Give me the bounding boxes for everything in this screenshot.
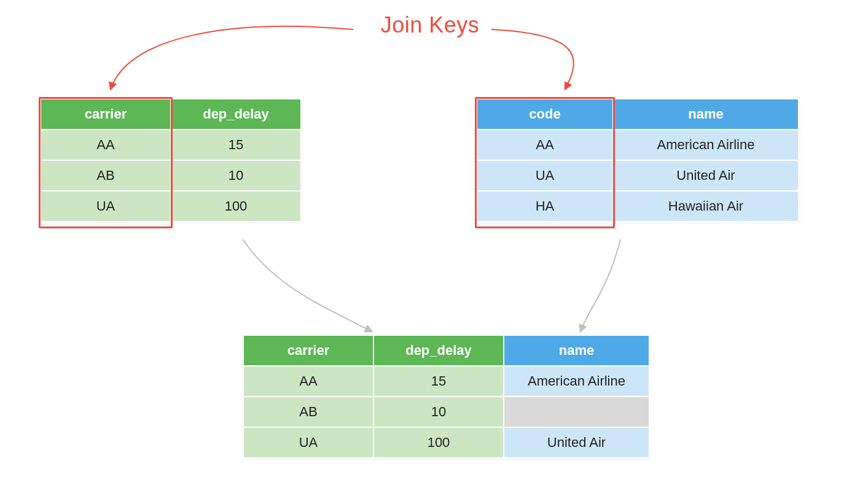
table-row: UA United Air [477, 161, 798, 190]
table-row: HA Hawaiian Air [477, 192, 798, 221]
col-header-name: name [614, 99, 798, 129]
col-header-code: code [477, 99, 612, 129]
table-row: UA 100 United Air [244, 428, 649, 457]
cell: American Airline [614, 130, 798, 160]
cell: AB [244, 397, 373, 427]
table-header-row: carrier dep_delay [41, 99, 300, 129]
table-row: AA American Airline [477, 130, 798, 160]
cell: 100 [374, 428, 503, 457]
cell: AA [41, 130, 170, 160]
arrow-right-to-result [580, 239, 620, 331]
left-table: carrier dep_delay AA 15 AB 10 UA 100 [40, 98, 302, 222]
col-header-dep-delay: dep_delay [374, 336, 503, 365]
table-row: UA 100 [41, 192, 300, 221]
cell-empty [504, 397, 649, 427]
cell: Hawaiian Air [614, 192, 798, 221]
result-table: carrier dep_delay name AA 15 American Ai… [243, 335, 650, 459]
table-row: AB 10 [41, 161, 300, 190]
right-table: code name AA American Airline UA United … [476, 98, 799, 222]
cell: United Air [504, 428, 649, 457]
col-header-dep-delay: dep_delay [171, 99, 300, 129]
cell: 15 [171, 130, 300, 160]
cell: American Airline [504, 366, 649, 396]
arrow-left-to-result [243, 239, 372, 331]
cell: HA [477, 192, 612, 221]
cell: 100 [171, 192, 300, 221]
table-row: AA 15 [41, 130, 300, 160]
cell: UA [41, 192, 170, 221]
table-header-row: carrier dep_delay name [244, 336, 649, 365]
cell: 10 [171, 161, 300, 190]
cell: AA [244, 366, 373, 396]
arrow-title-to-right [491, 29, 574, 89]
cell: 15 [374, 366, 503, 396]
table-header-row: code name [477, 99, 798, 129]
cell: UA [477, 161, 612, 190]
col-header-name: name [504, 336, 649, 365]
cell: AA [477, 130, 612, 160]
cell: United Air [614, 161, 798, 190]
table-row: AA 15 American Airline [244, 366, 649, 396]
diagram-stage: Join Keys carrier dep_delay AA 15 AB 10 … [0, 0, 860, 504]
col-header-carrier: carrier [244, 336, 373, 365]
cell: 10 [374, 397, 503, 427]
cell: UA [244, 428, 373, 457]
col-header-carrier: carrier [41, 99, 170, 129]
cell: AB [41, 161, 170, 190]
table-row: AB 10 [244, 397, 649, 427]
diagram-title: Join Keys [0, 12, 860, 38]
